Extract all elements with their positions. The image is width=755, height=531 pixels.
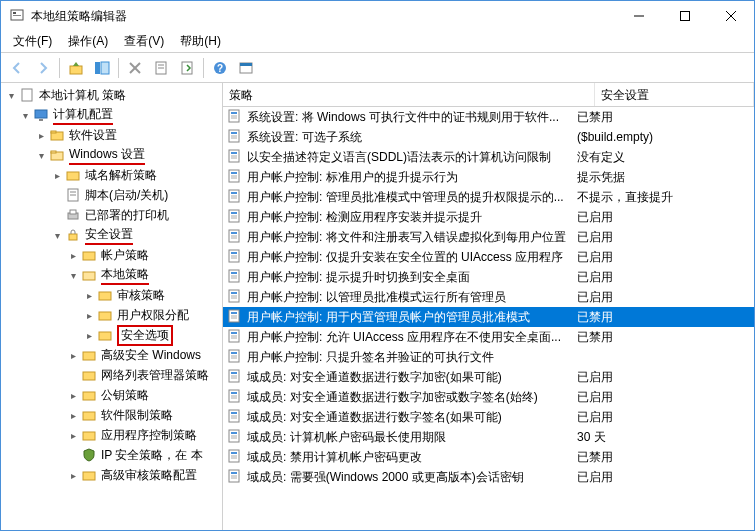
- menu-help[interactable]: 帮助(H): [172, 31, 229, 52]
- tree-printers[interactable]: 已部署的打印机: [1, 205, 222, 225]
- tree-label: 已部署的打印机: [85, 207, 169, 224]
- svg-rect-21: [35, 110, 47, 118]
- tree-dns-policy[interactable]: ▸ 域名解析策略: [1, 165, 222, 185]
- svg-rect-66: [231, 212, 237, 214]
- chevron-right-icon[interactable]: ▸: [65, 350, 81, 361]
- list-row[interactable]: 域成员: 禁用计算机帐户密码更改已禁用: [223, 447, 754, 467]
- svg-rect-38: [99, 332, 111, 340]
- policy-value: 提示凭据: [571, 169, 754, 186]
- policy-icon: [227, 449, 243, 465]
- svg-rect-35: [83, 272, 95, 280]
- policy-icon: [227, 469, 243, 485]
- minimize-button[interactable]: [616, 1, 662, 31]
- list-pane[interactable]: 策略 安全设置 系统设置: 将 Windows 可执行文件中的证书规则用于软件.…: [223, 83, 754, 530]
- list-row[interactable]: 域成员: 对安全通道数据进行数字加密或数字签名(始终)已启用: [223, 387, 754, 407]
- policy-icon: [227, 349, 243, 365]
- list-row[interactable]: 用户帐户控制: 允许 UIAccess 应用程序在不使用安全桌面...已禁用: [223, 327, 754, 347]
- properties-button[interactable]: [149, 56, 173, 80]
- delete-button[interactable]: [123, 56, 147, 80]
- chevron-right-icon[interactable]: ▸: [65, 250, 81, 261]
- tree-adv-firewall[interactable]: ▸ 高级安全 Windows: [1, 345, 222, 365]
- list-row[interactable]: 系统设置: 可选子系统($build.empty): [223, 127, 754, 147]
- chevron-right-icon[interactable]: ▸: [65, 470, 81, 481]
- tree-ipsec[interactable]: IP 安全策略，在 本: [1, 445, 222, 465]
- tree-software-settings[interactable]: ▸ 软件设置: [1, 125, 222, 145]
- tree-sw-restrict[interactable]: ▸ 软件限制策略: [1, 405, 222, 425]
- maximize-button[interactable]: [662, 1, 708, 31]
- list-row[interactable]: 用户帐户控制: 仅提升安装在安全位置的 UIAccess 应用程序已启用: [223, 247, 754, 267]
- tree-label: 应用程序控制策略: [101, 427, 197, 444]
- chevron-right-icon[interactable]: ▸: [81, 310, 97, 321]
- chevron-right-icon[interactable]: ▸: [65, 410, 81, 421]
- forward-button[interactable]: [31, 56, 55, 80]
- chevron-down-icon[interactable]: ▾: [65, 270, 81, 281]
- list-row[interactable]: 用户帐户控制: 标准用户的提升提示行为提示凭据: [223, 167, 754, 187]
- chevron-right-icon[interactable]: ▸: [33, 130, 49, 141]
- policy-icon: [227, 249, 243, 265]
- tree-security-options[interactable]: ▸ 安全选项: [1, 325, 222, 345]
- column-setting[interactable]: 安全设置: [595, 83, 754, 106]
- svg-rect-46: [231, 112, 237, 114]
- list-row[interactable]: 用户帐户控制: 将文件和注册表写入错误虚拟化到每用户位置已启用: [223, 227, 754, 247]
- policy-name: 系统设置: 将 Windows 可执行文件中的证书规则用于软件...: [247, 109, 559, 126]
- svg-rect-39: [83, 352, 95, 360]
- tree-pane[interactable]: ▾ 本地计算机 策略 ▾ 计算机配置 ▸ 软件设置 ▾ Windows 设置 ▸…: [1, 83, 223, 530]
- chevron-down-icon[interactable]: ▾: [17, 110, 33, 121]
- policy-value: 已禁用: [571, 329, 754, 346]
- list-row[interactable]: 用户帐户控制: 检测应用程序安装并提示提升已启用: [223, 207, 754, 227]
- tree-app-control[interactable]: ▸ 应用程序控制策略: [1, 425, 222, 445]
- tree-audit-policy[interactable]: ▸ 审核策略: [1, 285, 222, 305]
- tree-local-policy[interactable]: ▾ 本地策略: [1, 265, 222, 285]
- svg-rect-37: [99, 312, 111, 320]
- policy-name: 域成员: 对安全通道数据进行数字加密(如果可能): [247, 369, 502, 386]
- chevron-right-icon[interactable]: ▸: [81, 330, 97, 341]
- chevron-right-icon[interactable]: ▸: [49, 170, 65, 181]
- back-button[interactable]: [5, 56, 29, 80]
- tree-pubkey[interactable]: ▸ 公钥策略: [1, 385, 222, 405]
- menu-action[interactable]: 操作(A): [60, 31, 116, 52]
- filter-button[interactable]: [234, 56, 258, 80]
- list-row[interactable]: 域成员: 对安全通道数据进行数字加密(如果可能)已启用: [223, 367, 754, 387]
- list-row[interactable]: 域成员: 需要强(Windows 2000 或更高版本)会话密钥已启用: [223, 467, 754, 487]
- tree-root[interactable]: ▾ 本地计算机 策略: [1, 85, 222, 105]
- list-row[interactable]: 域成员: 对安全通道数据进行数字签名(如果可能)已启用: [223, 407, 754, 427]
- policy-value: 30 天: [571, 429, 754, 446]
- policy-icon: [227, 169, 243, 185]
- tree-account-policy[interactable]: ▸ 帐户策略: [1, 245, 222, 265]
- chevron-right-icon[interactable]: ▸: [81, 290, 97, 301]
- list-row[interactable]: 用户帐户控制: 管理员批准模式中管理员的提升权限提示的...不提示，直接提升: [223, 187, 754, 207]
- chevron-down-icon[interactable]: ▾: [33, 150, 49, 161]
- policy-icon: [227, 269, 243, 285]
- show-hide-tree-button[interactable]: [90, 56, 114, 80]
- tree-windows-settings[interactable]: ▾ Windows 设置: [1, 145, 222, 165]
- up-button[interactable]: [64, 56, 88, 80]
- list-row[interactable]: 系统设置: 将 Windows 可执行文件中的证书规则用于软件...已禁用: [223, 107, 754, 127]
- export-button[interactable]: [175, 56, 199, 80]
- titlebar: 本地组策略编辑器: [1, 1, 754, 31]
- chevron-right-icon[interactable]: ▸: [65, 390, 81, 401]
- list-row[interactable]: 用户帐户控制: 只提升签名并验证的可执行文件: [223, 347, 754, 367]
- chevron-down-icon[interactable]: ▾: [3, 90, 19, 101]
- tree-computer-config[interactable]: ▾ 计算机配置: [1, 105, 222, 125]
- svg-rect-114: [231, 452, 237, 454]
- menu-file[interactable]: 文件(F): [5, 31, 60, 52]
- tree-security-settings[interactable]: ▾ 安全设置: [1, 225, 222, 245]
- tree-netlist[interactable]: 网络列表管理器策略: [1, 365, 222, 385]
- list-row[interactable]: 用户帐户控制: 以管理员批准模式运行所有管理员已启用: [223, 287, 754, 307]
- list-row[interactable]: 以安全描述符定义语言(SDDL)语法表示的计算机访问限制没有定义: [223, 147, 754, 167]
- list-row[interactable]: 用户帐户控制: 用于内置管理员帐户的管理员批准模式已禁用: [223, 307, 754, 327]
- policy-icon: [227, 309, 243, 325]
- tree-label: 本地计算机 策略: [39, 87, 126, 104]
- tree-scripts[interactable]: 脚本(启动/关机): [1, 185, 222, 205]
- policy-name: 域成员: 计算机帐户密码最长使用期限: [247, 429, 446, 446]
- tree-adv-audit[interactable]: ▸ 高级审核策略配置: [1, 465, 222, 485]
- chevron-down-icon[interactable]: ▾: [49, 230, 65, 241]
- list-row[interactable]: 用户帐户控制: 提示提升时切换到安全桌面已启用: [223, 267, 754, 287]
- list-row[interactable]: 域成员: 计算机帐户密码最长使用期限30 天: [223, 427, 754, 447]
- tree-user-rights[interactable]: ▸ 用户权限分配: [1, 305, 222, 325]
- column-policy[interactable]: 策略: [223, 83, 595, 106]
- chevron-right-icon[interactable]: ▸: [65, 430, 81, 441]
- help-button[interactable]: ?: [208, 56, 232, 80]
- close-button[interactable]: [708, 1, 754, 31]
- menu-view[interactable]: 查看(V): [116, 31, 172, 52]
